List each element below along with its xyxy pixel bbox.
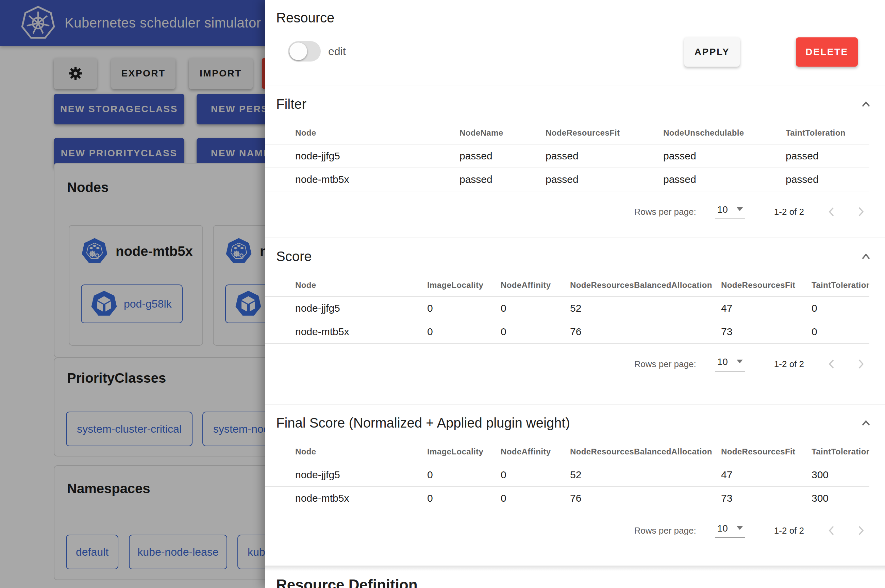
previous-page-button[interactable] (825, 523, 840, 538)
table-cell: 47 (721, 297, 811, 320)
table-row: node-jjfg5005247300 (265, 463, 869, 487)
table-cell: 52 (570, 297, 721, 320)
rows-per-page-value: 10 (717, 523, 728, 534)
rows-per-page-label: Rows per page: (634, 525, 696, 536)
table-cell: node-jjfg5 (265, 463, 427, 487)
resource-drawer: Resource edit APPLY DELETE Filter NodeNo… (265, 0, 885, 588)
section-title: Final Score (Normalized + Applied plugin… (276, 415, 885, 431)
table-cell: passed (460, 144, 545, 168)
table-cell: 0 (427, 463, 501, 487)
section-title: Filter (276, 96, 885, 112)
table-cell: 300 (811, 463, 869, 487)
column-header: TaintToleration (786, 122, 869, 144)
pagination-range: 1-2 of 2 (774, 359, 804, 369)
column-header: TaintToleration (811, 274, 869, 297)
caret-down-icon (737, 207, 743, 211)
edit-toggle[interactable] (288, 41, 321, 62)
chevron-right-icon (854, 357, 867, 371)
column-header: NodeResourcesFit (721, 274, 811, 297)
next-page-button[interactable] (853, 204, 868, 219)
table-cell: passed (545, 144, 663, 168)
table-cell: 76 (570, 320, 721, 344)
table-cell: node-mtb5x (265, 320, 427, 344)
final-score-section: Final Score (Normalized + Applied plugin… (265, 405, 885, 566)
column-header: NodeResourcesBalancedAllocation (570, 274, 721, 297)
drawer-title: Resource (276, 10, 334, 26)
table-cell: 0 (427, 487, 501, 510)
score-results-table: NodeImageLocalityNodeAffinityNodeResourc… (265, 274, 869, 344)
rows-per-page-label: Rows per page: (634, 207, 696, 217)
pagination: Rows per page: 10 1-2 of 2 (265, 514, 885, 547)
rows-per-page-select[interactable]: 10 (715, 357, 745, 372)
table-cell: passed (663, 144, 786, 168)
table-cell: 52 (570, 463, 721, 487)
table-cell: passed (663, 168, 786, 191)
table-cell: 0 (501, 297, 570, 320)
table-cell: 73 (721, 320, 811, 344)
table-cell: node-mtb5x (265, 168, 460, 191)
collapse-section-button[interactable] (858, 416, 873, 431)
column-header: NodeAffinity (501, 274, 570, 297)
table-row: node-jjfg50052470 (265, 297, 869, 320)
previous-page-button[interactable] (825, 357, 840, 372)
table-cell: 76 (570, 487, 721, 510)
table-cell: node-jjfg5 (265, 144, 460, 168)
filter-results-table: NodeNodeNameNodeResourcesFitNodeUnschedu… (265, 122, 869, 191)
caret-down-icon (737, 360, 743, 363)
collapse-section-button[interactable] (858, 97, 873, 112)
table-row: node-mtb5xpassedpassedpassedpassed (265, 168, 869, 191)
rows-per-page-value: 10 (717, 357, 728, 368)
rows-per-page-select[interactable]: 10 (715, 204, 745, 219)
column-header: NodeResourcesFit (721, 441, 811, 463)
score-section: Score NodeImageLocalityNodeAffinityNodeR… (265, 238, 885, 405)
rows-per-page-select[interactable]: 10 (715, 523, 745, 538)
pagination-range: 1-2 of 2 (774, 207, 804, 217)
apply-button[interactable]: APPLY (684, 38, 740, 67)
chevron-up-icon (859, 417, 873, 430)
table-cell: 0 (501, 487, 570, 510)
table-cell: passed (786, 144, 869, 168)
table-cell: 0 (811, 320, 869, 344)
table-cell: 0 (501, 463, 570, 487)
collapse-section-button[interactable] (858, 249, 873, 264)
resource-definition-section: Resource Definition (265, 566, 885, 588)
column-header: Node (265, 441, 427, 463)
caret-down-icon (737, 526, 743, 530)
edit-toggle-thumb (290, 42, 307, 60)
chevron-left-icon (825, 205, 839, 219)
delete-button[interactable]: DELETE (796, 38, 858, 67)
filter-section: Filter NodeNodeNameNodeResourcesFitNodeU… (265, 86, 885, 238)
table-cell: 0 (427, 320, 501, 344)
column-header: ImageLocality (427, 441, 501, 463)
column-header: ImageLocality (427, 274, 501, 297)
next-page-button[interactable] (853, 523, 868, 538)
pagination-range: 1-2 of 2 (774, 525, 804, 536)
table-cell: 300 (811, 487, 869, 510)
previous-page-button[interactable] (825, 204, 840, 219)
column-header: NodeAffinity (501, 441, 570, 463)
chevron-left-icon (825, 357, 839, 371)
column-header: Node (265, 274, 427, 297)
table-cell: passed (545, 168, 663, 191)
edit-toggle-label: edit (328, 41, 346, 62)
table-row: node-mtb5x007673300 (265, 487, 869, 510)
final-score-results-table: NodeImageLocalityNodeAffinityNodeResourc… (265, 441, 869, 510)
chevron-up-icon (859, 98, 873, 111)
table-cell: passed (786, 168, 869, 191)
next-page-button[interactable] (853, 357, 868, 372)
table-cell: 0 (811, 297, 869, 320)
table-cell: 0 (427, 297, 501, 320)
pagination: Rows per page: 10 1-2 of 2 (265, 348, 885, 380)
resource-definition-title: Resource Definition (276, 576, 418, 588)
pagination: Rows per page: 10 1-2 of 2 (265, 195, 885, 228)
column-header: NodeUnschedulable (663, 122, 786, 144)
table-row: node-mtb5x0076730 (265, 320, 869, 344)
chevron-right-icon (854, 205, 867, 219)
table-cell: 0 (501, 320, 570, 344)
chevron-up-icon (859, 250, 873, 264)
rows-per-page-value: 10 (717, 204, 728, 215)
chevron-right-icon (854, 524, 867, 537)
column-header: TaintToleration (811, 441, 869, 463)
table-cell: node-mtb5x (265, 487, 427, 510)
column-header: NodeResourcesFit (545, 122, 663, 144)
